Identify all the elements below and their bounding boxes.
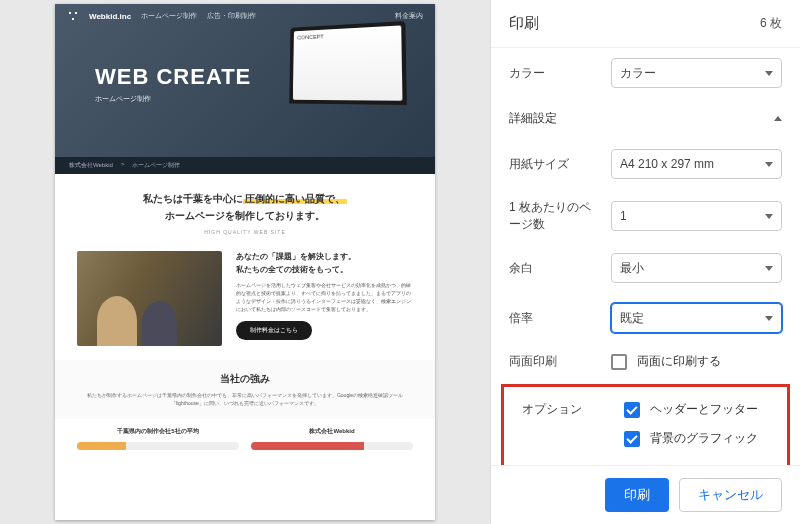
- label-margin: 余白: [509, 260, 601, 277]
- label-scale: 倍率: [509, 310, 601, 327]
- intro-line2: ホームページを制作しております。: [75, 209, 415, 223]
- detail-toggle[interactable]: 詳細設定: [491, 98, 800, 139]
- dialog-footer: 印刷 キャンセル: [491, 465, 800, 524]
- label-pps: 1 枚あたりのページ数: [509, 199, 601, 233]
- row-paper: 用紙サイズ A4 210 x 297 mm: [491, 139, 800, 189]
- checkbox-header-footer[interactable]: [624, 402, 640, 418]
- select-scale[interactable]: 既定: [611, 303, 782, 333]
- feature-heading1: あなたの「課題」を解決します。: [236, 251, 413, 262]
- row-pps: 1 枚あたりのページ数 1: [491, 189, 800, 243]
- chevron-down-icon: [765, 162, 773, 167]
- dialog-title: 印刷: [509, 14, 539, 33]
- preview-page: Webkid.inc ホームページ制作 広告・印刷制作 料金案内 CONCEPT…: [55, 4, 435, 520]
- print-preview-area: Webkid.inc ホームページ制作 広告・印刷制作 料金案内 CONCEPT…: [0, 0, 490, 524]
- nav-link: 料金案内: [395, 11, 423, 21]
- compare-section: 千葉県内の制作会社5社の平均 33.8 株式会社Webkid: [55, 419, 435, 458]
- hero-heading: WEB CREATE: [95, 64, 251, 90]
- feature-text: あなたの「課題」を解決します。 私たちの全ての技術をもって。 ホームページを活用…: [236, 251, 413, 346]
- checkbox-background-graphics[interactable]: [624, 431, 640, 447]
- nav-link: 広告・印刷制作: [207, 11, 256, 21]
- nav-link: ホームページ制作: [141, 11, 197, 21]
- chevron-down-icon: [765, 316, 773, 321]
- feature-desc: ホームページを活用したウェブ集客や会社サービスの効率化を成熟かつ、的確的な視点と…: [236, 281, 413, 313]
- row-margin: 余白 最小: [491, 243, 800, 293]
- select-margin[interactable]: 最小: [611, 253, 782, 283]
- row-options-bg: 背景のグラフィック: [504, 428, 787, 457]
- select-pps[interactable]: 1: [611, 201, 782, 231]
- hero-subtitle: ホームページ制作: [95, 94, 251, 104]
- compare-bar-b: [251, 442, 413, 450]
- select-paper[interactable]: A4 210 x 297 mm: [611, 149, 782, 179]
- dialog-header: 印刷 6 枚: [491, 0, 800, 48]
- compare-col-b: 株式会社Webkid: [251, 427, 413, 450]
- cancel-button[interactable]: キャンセル: [679, 478, 782, 512]
- row-scale: 倍率 既定: [491, 293, 800, 343]
- compare-bar-a: 33.8: [77, 442, 239, 450]
- feature-heading2: 私たちの全ての技術をもって。: [236, 264, 413, 275]
- breadcrumb: 株式会社Webkid > ホームページ制作: [55, 157, 435, 174]
- checkbox-duplex[interactable]: [611, 354, 627, 370]
- intro-line1: 私たちは千葉を中心に圧倒的に高い品質で、: [75, 192, 415, 206]
- label-duplex: 両面印刷: [509, 353, 601, 370]
- site-brand: Webkid.inc: [89, 12, 131, 21]
- dialog-body: カラー カラー 詳細設定 用紙サイズ A4 210 x 297 mm 1 枚あた…: [491, 48, 800, 465]
- feature-image: [77, 251, 222, 346]
- strength-section: 当社の強み 私たちが制作するホームページは千葉県内の制作会社の中でも、非常に高い…: [55, 360, 435, 419]
- compare-col-a: 千葉県内の制作会社5社の平均 33.8: [77, 427, 239, 450]
- row-color: カラー カラー: [491, 48, 800, 98]
- row-duplex: 両面印刷 両面に印刷する: [491, 343, 800, 380]
- duplex-option-label: 両面に印刷する: [637, 353, 721, 370]
- strength-title: 当社の強み: [75, 372, 415, 386]
- chevron-down-icon: [765, 71, 773, 76]
- print-dialog: 印刷 6 枚 カラー カラー 詳細設定 用紙サイズ A4 210 x 297 m…: [490, 0, 800, 524]
- feature-section: あなたの「課題」を解決します。 私たちの全ての技術をもって。 ホームページを活用…: [55, 245, 435, 360]
- chevron-up-icon: [774, 116, 782, 121]
- logo-icon: [67, 10, 79, 22]
- label-color: カラー: [509, 65, 601, 82]
- label-paper: 用紙サイズ: [509, 156, 601, 173]
- hero: Webkid.inc ホームページ制作 広告・印刷制作 料金案内 CONCEPT…: [55, 4, 435, 174]
- hero-title: WEB CREATE ホームページ制作: [95, 64, 251, 104]
- options-highlight: オプション ヘッダーとフッター 背景のグラフィック: [501, 384, 790, 465]
- option-background-label: 背景のグラフィック: [650, 430, 758, 447]
- select-color[interactable]: カラー: [611, 58, 782, 88]
- chevron-down-icon: [765, 214, 773, 219]
- row-options: オプション ヘッダーとフッター: [504, 391, 787, 428]
- label-options: オプション: [522, 401, 614, 418]
- cta-button: 制作料金はこちら: [236, 321, 312, 340]
- print-button[interactable]: 印刷: [605, 478, 669, 512]
- option-header-footer-label: ヘッダーとフッター: [650, 401, 758, 418]
- page-count: 6 枚: [760, 15, 782, 32]
- intro-tag: HIGH QUALITY WEB SITE: [75, 229, 415, 235]
- strength-desc: 私たちが制作するホームページは千葉県内の制作会社の中でも、非常に高いパフォーマン…: [75, 391, 415, 407]
- chevron-down-icon: [765, 266, 773, 271]
- hero-laptop-image: CONCEPT: [289, 21, 407, 105]
- intro-section: 私たちは千葉を中心に圧倒的に高い品質で、 ホームページを制作しております。 HI…: [55, 174, 435, 245]
